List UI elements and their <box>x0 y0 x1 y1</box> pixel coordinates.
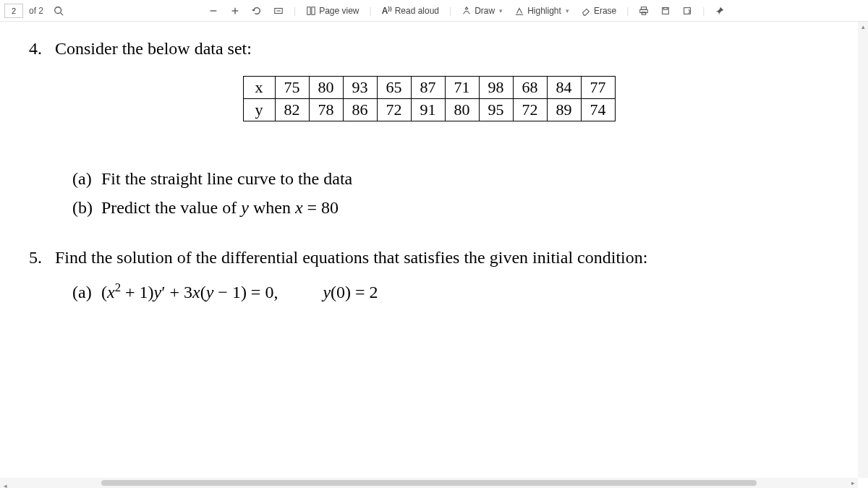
cell: 80 <box>445 99 479 121</box>
highlight-label: Highlight <box>527 6 561 16</box>
initial-condition: y(0) = 2 <box>323 283 378 301</box>
data-table: x 75 80 93 65 87 71 98 68 84 77 y 82 78 … <box>243 76 616 121</box>
svg-rect-8 <box>312 7 315 14</box>
sub-label: (b) <box>72 194 97 221</box>
cell: 91 <box>411 99 445 121</box>
cell: 87 <box>411 77 445 99</box>
cell: 77 <box>581 77 615 99</box>
cell: 68 <box>513 77 547 99</box>
svg-rect-12 <box>642 12 646 14</box>
horizontal-scrollbar[interactable]: ◂ ▸ <box>0 478 858 488</box>
sub-question-a: (a) Fit the straight line curve to the d… <box>72 165 829 192</box>
sub-text: Fit the straight line curve to the data <box>101 169 352 188</box>
table-row: y 82 78 86 72 91 80 95 72 89 74 <box>243 99 615 121</box>
print-icon[interactable] <box>634 4 653 17</box>
cell: 95 <box>479 99 513 121</box>
row-label: y <box>243 99 275 121</box>
save-as-icon[interactable] <box>678 4 697 17</box>
question-4-heading: 4. Consider the below data set: <box>29 39 829 59</box>
page-number-input[interactable]: 2 <box>4 4 23 18</box>
cell: 72 <box>377 99 411 121</box>
svg-point-0 <box>55 7 61 13</box>
sub-label: (a) <box>72 165 97 192</box>
search-icon[interactable] <box>49 4 68 17</box>
equation: (x2 + 1)y′ + 3x(y − 1) = 0, <box>101 283 282 301</box>
cell: 65 <box>377 77 411 99</box>
cell: 89 <box>547 99 581 121</box>
question-number: 4. <box>29 39 51 59</box>
page-view-button[interactable]: Page view <box>302 4 363 17</box>
scroll-right-icon[interactable]: ▸ <box>848 478 858 488</box>
cell: 80 <box>309 77 343 99</box>
vertical-scrollbar[interactable]: ▴ <box>858 22 868 478</box>
pdf-toolbar: 2 of 2 | Page view | A)) Read aloud | Dr… <box>0 0 868 22</box>
svg-rect-7 <box>307 7 310 14</box>
separator: | <box>624 6 631 16</box>
rotate-icon[interactable] <box>247 4 266 17</box>
question-number: 5. <box>29 244 51 271</box>
cell: 93 <box>343 77 377 99</box>
sub-question-5a: (a) (x2 + 1)y′ + 3x(y − 1) = 0, y(0) = 2 <box>72 278 829 306</box>
separator: | <box>291 6 299 16</box>
question-text: Consider the below data set: <box>55 39 252 58</box>
scroll-left-icon[interactable]: ◂ <box>0 481 10 488</box>
chevron-down-icon: ▾ <box>498 7 503 14</box>
cell: 84 <box>547 77 581 99</box>
page-total-label: of 2 <box>26 6 46 16</box>
separator: | <box>446 6 454 16</box>
sub-question-b: (b) Predict the value of y when x = 80 <box>72 194 829 221</box>
erase-button[interactable]: Erase <box>576 4 621 17</box>
sub-text: = 80 <box>303 198 339 217</box>
zoom-in-button[interactable] <box>226 4 244 17</box>
sub-text: when <box>249 198 295 217</box>
sub-text: Predict the value of <box>101 198 241 217</box>
cell: 86 <box>343 99 377 121</box>
draw-button[interactable]: Draw ▾ <box>457 4 507 17</box>
highlight-button[interactable]: Highlight ▾ <box>510 4 574 17</box>
zoom-out-button[interactable] <box>204 4 223 17</box>
draw-label: Draw <box>475 6 495 16</box>
separator: | <box>699 6 707 16</box>
separator: | <box>367 6 375 16</box>
question-text: Find the solution of the differential eq… <box>55 248 647 267</box>
cell: 82 <box>275 99 309 121</box>
math-var: y <box>241 198 249 217</box>
cell: 74 <box>581 99 615 121</box>
erase-label: Erase <box>594 6 616 16</box>
sub-questions-4: (a) Fit the straight line curve to the d… <box>72 165 829 222</box>
sub-label: (a) <box>72 278 97 306</box>
cell: 71 <box>445 77 479 99</box>
row-label: x <box>243 77 275 99</box>
svg-line-1 <box>61 12 64 15</box>
math-var: x <box>295 198 303 217</box>
scroll-up-icon[interactable]: ▴ <box>858 22 868 32</box>
page-view-label: Page view <box>319 6 359 16</box>
read-aloud-button[interactable]: A)) Read aloud <box>378 4 443 17</box>
save-icon[interactable] <box>656 4 675 17</box>
read-aloud-label: Read aloud <box>395 6 439 16</box>
cell: 72 <box>513 99 547 121</box>
cell: 75 <box>275 77 309 99</box>
pin-icon[interactable] <box>710 4 729 17</box>
cell: 98 <box>479 77 513 99</box>
chevron-down-icon: ▾ <box>564 7 569 14</box>
fit-icon[interactable] <box>269 4 288 17</box>
scroll-thumb[interactable] <box>101 480 757 486</box>
cell: 78 <box>309 99 343 121</box>
document-content: 4. Consider the below data set: x 75 80 … <box>0 22 858 478</box>
question-5: 5. Find the solution of the differential… <box>29 244 829 307</box>
svg-rect-14 <box>664 7 668 9</box>
table-row: x 75 80 93 65 87 71 98 68 84 77 <box>243 77 615 99</box>
